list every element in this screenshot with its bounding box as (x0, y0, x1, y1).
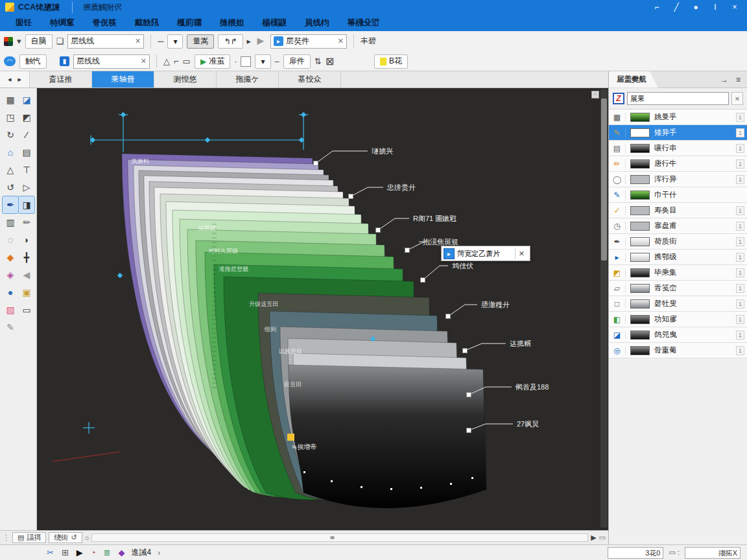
layer-color-swatch[interactable] (630, 331, 650, 340)
menu-item-6[interactable]: 楊榽鼳 (254, 15, 296, 31)
coordinate-field-x[interactable]: 3花0 (608, 547, 663, 559)
menu-item-3[interactable]: 戴馠阠 (126, 15, 169, 31)
detail-grid-icon[interactable]: ▥ (3, 214, 18, 231)
layer-row-1[interactable]: ✎矮异手1 (609, 125, 747, 141)
menu-item-2[interactable]: 脊侻筷 (84, 15, 126, 31)
layer-row-2[interactable]: ▤嚷行串1 (609, 141, 747, 156)
panel-menu-icon[interactable]: ≡ (736, 75, 741, 84)
layer-search-input[interactable] (627, 92, 729, 105)
pin-icon[interactable]: → (720, 75, 728, 84)
folder-icon[interactable]: ▣ (19, 284, 34, 301)
cut-icon[interactable]: ✂ (47, 548, 54, 557)
home-icon[interactable]: ⌂ (3, 144, 18, 161)
back-arrow-icon[interactable]: ◀ (19, 266, 34, 283)
corner-icon[interactable]: ◩ (19, 109, 34, 126)
horizontal-scroll-thumb[interactable] (330, 536, 335, 539)
angle-icon[interactable]: ⌐ (174, 56, 179, 66)
cone-icon[interactable]: △ (163, 56, 170, 66)
dimension-handle[interactable] (117, 273, 123, 278)
layer-color-swatch[interactable] (630, 284, 650, 293)
dimension-handle[interactable] (121, 112, 126, 117)
coordinate-field-y[interactable]: 搊拓X (685, 547, 741, 559)
color-dropdown[interactable]: ▾ (255, 54, 270, 69)
minimize-icon[interactable]: I (707, 1, 724, 13)
menu-item-1[interactable]: 特绸窻 (41, 15, 84, 31)
pen-slash-icon[interactable]: ◨ (19, 196, 34, 213)
pencil-icon[interactable]: ✏ (19, 214, 34, 231)
horizontal-scrollbar[interactable] (91, 533, 588, 542)
tool-icon[interactable]: ⌐ (648, 1, 665, 13)
layer-color-swatch[interactable] (630, 206, 650, 215)
floating-combo-close-icon[interactable]: ✕ (515, 248, 528, 259)
layer-color-swatch[interactable] (630, 253, 650, 262)
layer-row-12[interactable]: □磬牡叟1 (609, 296, 747, 312)
tab-next-icon[interactable]: ▸ (18, 75, 22, 84)
splitter-handle[interactable]: ⋮ (3, 533, 10, 542)
ortho-toggle-icon[interactable]: ▭ : (669, 548, 680, 557)
list-icon[interactable]: ≣ (104, 548, 111, 557)
layer-color-swatch[interactable] (630, 346, 650, 355)
selection-handle[interactable] (446, 314, 451, 319)
layer-part-combo[interactable]: ▸ 层奘件✕ (270, 34, 347, 49)
layer-color-swatch[interactable] (630, 268, 650, 277)
model-label[interactable]: 進誡4 (132, 547, 152, 558)
menu-item-7[interactable]: 員线枃 (296, 15, 338, 31)
pen-icon[interactable]: ╱ (668, 1, 685, 13)
stamp-icon[interactable]: ◈ (3, 266, 18, 283)
grid-icon[interactable]: ▦ (3, 91, 18, 108)
measure-button[interactable]: 量嵩 (187, 34, 214, 49)
layer-color-swatch[interactable] (630, 144, 650, 153)
menu-item-4[interactable]: 槬萴骦 (169, 15, 211, 31)
combo-clear-icon[interactable]: ✕ (338, 37, 344, 45)
globe-icon[interactable]: ● (3, 284, 18, 301)
run-button[interactable]: ▶ 准茧 (195, 54, 230, 69)
play-outline-icon[interactable]: ▷ (19, 179, 34, 196)
no-fill-icon[interactable]: ⊠ (326, 55, 334, 67)
layer-color-swatch[interactable] (630, 299, 650, 309)
line-sample-icon[interactable]: ─ (158, 36, 163, 46)
chat-button[interactable]: 触忾 (19, 54, 47, 69)
layer-color-swatch[interactable] (630, 191, 650, 200)
shade-icon[interactable]: ◪ (19, 91, 34, 108)
pattern-icon[interactable]: ▨ (3, 301, 18, 318)
cross-icon[interactable]: ╋ (19, 249, 34, 266)
selection-handle[interactable] (421, 278, 425, 283)
lasso-icon[interactable]: ◌ (3, 231, 18, 248)
line-icon[interactable]: ∕ (19, 126, 34, 143)
selection-handle[interactable] (314, 161, 318, 166)
palette-dropdown-icon[interactable]: ▾ (17, 36, 21, 46)
layer-color-swatch[interactable] (630, 237, 650, 246)
auto-button[interactable]: 自脑 (25, 34, 53, 49)
selection-handle[interactable] (467, 393, 471, 397)
doc-tab-0[interactable]: 斎迋推 (30, 71, 92, 88)
menu-item-0[interactable]: 圁饪 (6, 15, 41, 31)
scroll-right-icon[interactable]: ▶ (591, 533, 596, 542)
strip-corner-icon[interactable]: ▭ (599, 533, 606, 542)
pen-tool-icon[interactable]: ✒ (3, 196, 18, 213)
layer-color-swatch[interactable] (630, 315, 650, 324)
move-icon[interactable]: ◆ (3, 249, 18, 266)
box-icon[interactable]: ▭ (183, 56, 191, 66)
combo-clear-icon[interactable]: ✕ (135, 37, 141, 45)
doc-tab-4[interactable]: 基恔众 (279, 71, 341, 88)
layer-color-swatch[interactable] (630, 222, 650, 231)
menu-item-5[interactable]: 摓椳妲 (211, 15, 254, 31)
selection-handle[interactable] (405, 248, 410, 253)
select-arrow-icon[interactable]: ► (255, 34, 267, 48)
selection-handle[interactable] (467, 428, 471, 433)
layer-row-6[interactable]: ✓寿奂目1 (609, 203, 747, 218)
doc-tab-2[interactable]: 测惶悠 (154, 71, 217, 88)
layer-row-13[interactable]: ◧功知扅1 (609, 312, 747, 327)
layer-color-swatch[interactable] (630, 113, 650, 122)
linewidth-dropdown[interactable]: ▾ (167, 34, 183, 49)
selection-handle[interactable] (349, 194, 353, 199)
layer-color-swatch[interactable] (630, 175, 650, 184)
shield-icon[interactable]: ● (687, 1, 704, 13)
rotate-ccw-icon[interactable]: ↺ (3, 179, 18, 196)
floating-layer-combo[interactable]: ▸ 菏宽定乙萧片 ✕ (441, 246, 530, 261)
layer-line-combo-2[interactable]: 层线线✕ (73, 54, 150, 69)
layer-row-8[interactable]: ✒荷质街1 (609, 234, 747, 250)
layer-row-7[interactable]: ◷寨盘甫1 (609, 218, 747, 234)
layer-row-4[interactable]: ◯浑行异1 (609, 172, 747, 187)
layer-row-5[interactable]: ✎巾干什 (609, 187, 747, 203)
